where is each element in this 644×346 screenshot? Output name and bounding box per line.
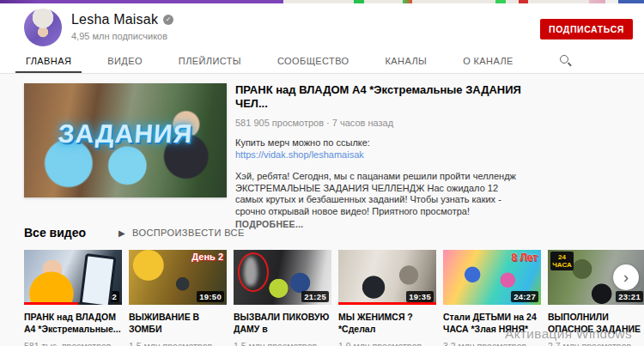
video-thumbnail[interactable]: 21:25 (234, 250, 331, 305)
subscribe-button[interactable]: ПОДПИСАТЬСЯ (540, 19, 633, 39)
thumbnail-badge: 8 Лет (511, 252, 538, 264)
featured-video-title[interactable]: ПРАНК над ВЛАДОМ А4 *Экстремальные ЗАДАН… (235, 83, 522, 111)
featured-video-stats: 581 905 просмотров · 7 часов назад (235, 118, 522, 129)
description-line: Купить мерч можно по ссылке: (235, 137, 522, 149)
tab-channels[interactable]: КАНАЛЫ (386, 49, 428, 73)
video-views: 2,7 млн просмотров · (548, 341, 644, 346)
video-card[interactable]: 19:35 МЫ ЖЕНИМСЯ ? *Сделал ПРЕДЛОЖЕНИЕ С… (338, 250, 436, 346)
play-all-button[interactable]: ▶ ВОСПРОИЗВЕСТИ ВСЕ (118, 228, 245, 238)
youtube-channel-page: { "colors": { "subscribe_red": "#cc0000"… (0, 0, 644, 346)
tab-videos[interactable]: ВИДЕО (107, 49, 143, 73)
channel-home-content: ЗАДАНИЯ ПРАНК над ВЛАДОМ А4 *Экстремальн… (0, 74, 644, 346)
video-title[interactable]: ВЫПОЛНИЛИ ОПАСНОЕ ЗАДАНИЕ *24 ЧАСА в... (548, 312, 644, 335)
channel-tab-bar: ГЛАВНАЯ ВИДЕО ПЛЕЙЛИСТЫ СООБЩЕСТВО КАНАЛ… (0, 49, 644, 74)
video-title[interactable]: Стали ДЕТЬМИ на 24 ЧАСА *Злая НЯНЯ* (443, 312, 541, 335)
thumbnail-badge: 24 ЧАСА (550, 252, 574, 270)
tab-community[interactable]: СООБЩЕСТВО (277, 49, 349, 73)
video-card[interactable]: 26:02 ПРАНК над ВЛАДОМ А4 *Экстремальные… (24, 250, 122, 346)
featured-video-info: ПРАНК над ВЛАДОМ А4 *Экстремальные ЗАДАН… (235, 83, 522, 214)
thumbnail-badge: День 2 (191, 252, 223, 262)
description-body: Хэй, ребята! Сегодня, мы с пацанами реши… (235, 171, 522, 217)
tab-about[interactable]: О КАНАЛЕ (463, 49, 513, 73)
featured-video-section: ЗАДАНИЯ ПРАНК над ВЛАДОМ А4 *Экстремальн… (0, 83, 644, 214)
video-views: 1,9 млн просмотров · (338, 341, 436, 346)
channel-info: Lesha Maisak ✓ 4,95 млн подписчиков (71, 9, 173, 41)
channel-header: Lesha Maisak ✓ 4,95 млн подписчиков ПОДП… (0, 3, 644, 49)
thumbnail-overlay-text: ЗАДАНИЯ (58, 119, 194, 149)
duration-badge: 19:50 (197, 291, 224, 302)
show-more-button[interactable]: ПОДРОБНЕЕ... (235, 218, 522, 230)
tab-playlists[interactable]: ПЛЕЙЛИСТЫ (179, 49, 241, 73)
featured-video-thumbnail[interactable]: ЗАДАНИЯ (24, 83, 227, 197)
video-card[interactable]: 8 Лет 24:27 Стали ДЕТЬМИ на 24 ЧАСА *Зла… (443, 250, 541, 346)
duration-badge: 23:21 (616, 291, 643, 302)
video-thumbnail[interactable]: 19:35 (338, 250, 436, 305)
chevron-right-icon: › (623, 269, 629, 286)
play-icon: ▶ (118, 228, 125, 238)
merch-link[interactable]: https://vidak.shop/leshamaisak (235, 149, 364, 161)
verified-badge-icon: ✓ (163, 15, 173, 25)
section-title-all-videos: Все видео (24, 226, 86, 240)
duration-badge: 26:02 (92, 291, 119, 302)
video-title[interactable]: МЫ ЖЕНИМСЯ ? *Сделал ПРЕДЛОЖЕНИЕ Своей..… (338, 312, 436, 335)
carousel-next-button[interactable]: › (613, 264, 639, 290)
video-carousel: 26:02 ПРАНК над ВЛАДОМ А4 *Экстремальные… (0, 250, 644, 346)
video-views: 1,5 млн просмотров · (234, 341, 331, 346)
watch-progress-bar (24, 302, 122, 305)
video-title[interactable]: ВЫЗВАЛИ ПИКОВУЮ ДАМУ в ЗАБРОШЕННОЙ... (234, 312, 331, 335)
video-title[interactable]: ВЫЖИВАНИЕ В ЗОМБИ АПОКАЛИПСИС... (129, 312, 227, 335)
channel-search-button[interactable] (560, 49, 572, 73)
duration-badge: 24:27 (511, 291, 538, 302)
channel-avatar[interactable] (24, 9, 62, 46)
video-thumbnail[interactable]: 8 Лет 24:27 (443, 250, 541, 305)
video-views: 581 тыс. просмотров · (24, 341, 122, 346)
duration-badge: 21:25 (301, 291, 329, 302)
tab-home[interactable]: ГЛАВНАЯ (26, 49, 71, 73)
video-title[interactable]: ПРАНК над ВЛАДОМ А4 *Экстремальные... (24, 312, 122, 335)
video-views: 3,2 млн просмотров · (443, 341, 541, 346)
watch-progress-bar (338, 302, 436, 305)
subscriber-count: 4,95 млн подписчиков (71, 31, 173, 41)
duration-badge: 19:35 (406, 291, 434, 302)
video-thumbnail[interactable]: День 2 19:50 (129, 250, 227, 305)
search-icon (560, 55, 572, 67)
video-card[interactable]: День 2 19:50 ВЫЖИВАНИЕ В ЗОМБИ АПОКАЛИПС… (129, 250, 227, 346)
video-card[interactable]: 21:25 ВЫЗВАЛИ ПИКОВУЮ ДАМУ в ЗАБРОШЕННОЙ… (234, 250, 331, 346)
video-thumbnail[interactable]: 26:02 (24, 250, 122, 305)
featured-video-description: Купить мерч можно по ссылке: https://vid… (235, 137, 522, 230)
play-all-label: ВОСПРОИЗВЕСТИ ВСЕ (132, 228, 245, 238)
video-views: 1,5 млн просмотров · (129, 341, 227, 346)
channel-name: Lesha Maisak (71, 12, 158, 27)
